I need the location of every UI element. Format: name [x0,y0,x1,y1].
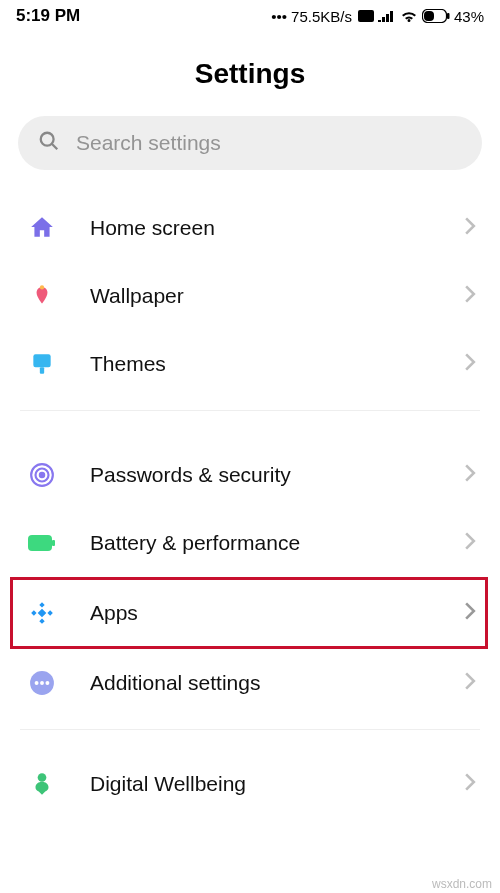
additional-icon [28,669,56,697]
row-apps[interactable]: Apps [0,577,500,649]
svg-point-11 [40,473,44,477]
svg-point-18 [38,773,47,782]
section-divider [20,410,480,411]
row-label: Digital Wellbeing [90,772,464,796]
svg-point-15 [35,681,39,685]
row-label: Battery & performance [90,531,464,555]
settings-list: Home screen Wallpaper Themes Passwords &… [0,194,500,818]
wifi-icon [400,9,418,23]
row-label: Themes [90,352,464,376]
svg-rect-12 [28,535,52,551]
chevron-right-icon [464,464,476,486]
svg-rect-2 [424,11,434,21]
apps-icon [28,599,56,627]
chevron-right-icon [464,532,476,554]
row-wallpaper[interactable]: Wallpaper [0,262,500,330]
svg-point-6 [40,285,44,289]
svg-point-4 [41,133,54,146]
chevron-right-icon [464,672,476,694]
row-digital-wellbeing[interactable]: Digital Wellbeing [0,750,500,818]
svg-rect-7 [33,354,50,367]
row-themes[interactable]: Themes [0,330,500,398]
search-input[interactable]: Search settings [18,116,482,170]
chevron-right-icon [464,217,476,239]
row-label: Wallpaper [90,284,464,308]
chevron-right-icon [464,602,476,624]
page-title: Settings [0,58,500,90]
chevron-right-icon [464,773,476,795]
search-placeholder: Search settings [76,131,221,155]
chevron-right-icon [464,353,476,375]
watermark: wsxdn.com [432,877,492,891]
dots-icon: ••• [271,8,287,25]
svg-rect-8 [40,367,44,374]
status-time: 5:19 PM [16,6,80,26]
svg-line-5 [52,144,58,150]
signal-icon [378,10,396,22]
home-icon [28,214,56,242]
row-label: Home screen [90,216,464,240]
battery-icon [28,529,56,557]
svg-point-16 [40,681,44,685]
svg-rect-0 [358,10,374,22]
wellbeing-icon [28,770,56,798]
row-home-screen[interactable]: Home screen [0,194,500,262]
row-additional-settings[interactable]: Additional settings [0,649,500,717]
themes-icon [28,350,56,378]
net-speed: 75.5KB/s [291,8,352,25]
fingerprint-icon [28,461,56,489]
volte-icon [358,10,374,22]
row-battery-performance[interactable]: Battery & performance [0,509,500,577]
chevron-right-icon [464,285,476,307]
svg-rect-3 [447,13,450,19]
svg-point-17 [45,681,49,685]
row-label: Additional settings [90,671,464,695]
row-label: Passwords & security [90,463,464,487]
section-divider [20,729,480,730]
battery-icon [422,9,450,23]
row-passwords-security[interactable]: Passwords & security [0,441,500,509]
wallpaper-icon [28,282,56,310]
status-bar: 5:19 PM ••• 75.5KB/s 43% [0,0,500,30]
svg-rect-13 [52,540,55,546]
battery-percent: 43% [454,8,484,25]
row-label: Apps [90,601,464,625]
search-icon [38,130,60,156]
status-icons: ••• 75.5KB/s 43% [271,8,484,25]
